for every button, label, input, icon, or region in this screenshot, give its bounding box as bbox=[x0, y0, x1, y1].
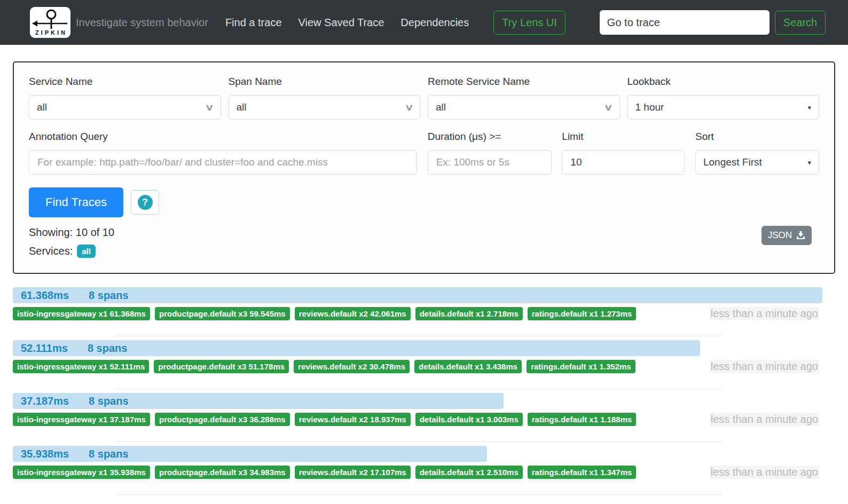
top-navbar: ZIPKIN Investigate system behavior Find … bbox=[0, 0, 848, 45]
trace-row: 61.368ms 8 spans istio-ingressgateway x1… bbox=[0, 287, 848, 336]
sort-label: Sort bbox=[695, 131, 819, 143]
service-badge: productpage.default x3 36.288ms bbox=[155, 413, 290, 426]
chevron-down-icon: ∨ bbox=[404, 102, 413, 113]
annotation-query-label: Annotation Query bbox=[29, 131, 417, 143]
search-filter-panel: Service Name all ∨ Span Name all ∨ Remot… bbox=[13, 61, 835, 274]
service-name-label: Service Name bbox=[29, 76, 221, 88]
span-name-select[interactable]: all ∨ bbox=[229, 95, 421, 120]
go-to-trace-input[interactable] bbox=[600, 10, 770, 35]
trace-meta: istio-ingressgateway x1 52.111ms product… bbox=[13, 360, 819, 373]
trace-bar-track: 35.938ms 8 spans bbox=[13, 446, 822, 462]
limit-label: Limit bbox=[562, 131, 685, 143]
sort-value: Longest First bbox=[703, 156, 762, 168]
trace-span-count: 8 spans bbox=[89, 448, 128, 460]
services-all-badge: all bbox=[77, 245, 96, 258]
service-badge: details.default x1 2.510ms bbox=[415, 466, 523, 479]
sort-select[interactable]: Longest First ▾ bbox=[695, 150, 819, 175]
search-button[interactable]: Search bbox=[775, 11, 826, 35]
showing-count: Showing: 10 of 10 bbox=[29, 226, 819, 239]
service-badge: reviews.default x2 42.061ms bbox=[295, 307, 411, 320]
service-badge: ratings.default x1 1.352ms bbox=[527, 360, 635, 373]
row-divider bbox=[115, 442, 722, 442]
trace-meta: istio-ingressgateway x1 37.187ms product… bbox=[13, 413, 819, 426]
trace-duration-bar[interactable]: 61.368ms 8 spans bbox=[13, 287, 822, 303]
trace-age: less than a minute ago bbox=[710, 413, 819, 426]
find-traces-button[interactable]: Find Traces bbox=[29, 187, 123, 217]
service-name-value: all bbox=[37, 101, 47, 113]
row-divider bbox=[115, 389, 722, 389]
zipkin-logo-text: ZIPKIN bbox=[35, 29, 67, 36]
trace-duration: 61.368ms bbox=[21, 289, 69, 302]
json-label: JSON bbox=[768, 230, 792, 241]
service-name-select[interactable]: all ∨ bbox=[29, 95, 221, 120]
nav-links: Find a trace View Saved Trace Dependenci… bbox=[225, 17, 485, 29]
chevron-down-icon: ∨ bbox=[604, 102, 613, 113]
trace-age: less than a minute ago bbox=[710, 360, 819, 373]
trace-duration: 37.187ms bbox=[21, 395, 69, 407]
service-badges: istio-ingressgateway x1 37.187ms product… bbox=[13, 413, 710, 426]
service-badge: details.default x1 3.438ms bbox=[414, 360, 522, 373]
service-badge: reviews.default x2 30.478ms bbox=[294, 360, 410, 373]
nav-find-a-trace[interactable]: Find a trace bbox=[225, 17, 282, 29]
service-badge: istio-ingressgateway x1 61.368ms bbox=[13, 307, 150, 320]
trace-row: 35.938ms 8 spans istio-ingressgateway x1… bbox=[0, 446, 848, 495]
trace-bar-track: 61.368ms 8 spans bbox=[13, 287, 822, 303]
trace-duration-bar[interactable]: 37.187ms 8 spans bbox=[13, 393, 504, 409]
trace-meta: istio-ingressgateway x1 61.368ms product… bbox=[13, 307, 819, 320]
remote-service-name-select[interactable]: all ∨ bbox=[428, 95, 620, 120]
service-badge: istio-ingressgateway x1 35.938ms bbox=[13, 466, 150, 479]
trace-span-count: 8 spans bbox=[89, 289, 128, 302]
trace-age: less than a minute ago bbox=[710, 466, 819, 479]
lookback-label: Lookback bbox=[627, 76, 820, 88]
dropdown-arrow-icon: ▾ bbox=[807, 104, 811, 112]
duration-input[interactable] bbox=[428, 150, 552, 175]
zipkin-logo[interactable]: ZIPKIN bbox=[30, 7, 70, 38]
lookback-select[interactable]: 1 hour ▾ bbox=[627, 95, 820, 120]
try-lens-ui-button[interactable]: Try Lens UI bbox=[493, 11, 566, 35]
remote-service-name-value: all bbox=[436, 101, 446, 113]
annotation-query-input[interactable] bbox=[29, 150, 417, 175]
service-badges: istio-ingressgateway x1 61.368ms product… bbox=[13, 307, 710, 320]
trace-results-list: 61.368ms 8 spans istio-ingressgateway x1… bbox=[0, 287, 848, 495]
services-line: Services: all bbox=[29, 245, 819, 258]
trace-duration: 35.938ms bbox=[21, 448, 69, 460]
trace-span-count: 8 spans bbox=[88, 342, 127, 355]
row-divider bbox=[115, 494, 722, 495]
limit-input[interactable] bbox=[562, 150, 685, 175]
service-badge: productpage.default x3 59.545ms bbox=[155, 307, 290, 320]
trace-duration-bar[interactable]: 52.111ms 8 spans bbox=[13, 340, 700, 356]
span-name-label: Span Name bbox=[229, 76, 421, 88]
span-name-value: all bbox=[237, 101, 247, 113]
trace-bar-track: 37.187ms 8 spans bbox=[13, 393, 822, 409]
service-badge: productpage.default x3 34.983ms bbox=[155, 466, 290, 479]
service-badge: reviews.default x2 18.937ms bbox=[295, 413, 411, 426]
chevron-down-icon: ∨ bbox=[205, 102, 214, 113]
trace-bar-track: 52.111ms 8 spans bbox=[13, 340, 822, 356]
dropdown-arrow-icon: ▾ bbox=[807, 159, 811, 167]
nav-view-saved-trace[interactable]: View Saved Trace bbox=[299, 17, 384, 29]
nav-dependencies[interactable]: Dependencies bbox=[401, 17, 469, 29]
tagline: Investigate system behavior bbox=[76, 17, 208, 29]
service-badge: productpage.default x3 51.178ms bbox=[154, 360, 289, 373]
filter-row-1: Service Name all ∨ Span Name all ∨ Remot… bbox=[29, 76, 819, 120]
service-badge: istio-ingressgateway x1 52.111ms bbox=[13, 360, 149, 373]
service-badge: ratings.default x1 1.273ms bbox=[528, 307, 637, 320]
trace-duration-bar[interactable]: 35.938ms 8 spans bbox=[13, 446, 487, 462]
service-badge: reviews.default x2 17.107ms bbox=[295, 466, 411, 479]
actions-row: Find Traces ? bbox=[29, 187, 819, 217]
service-badge: ratings.default x1 1.347ms bbox=[528, 466, 637, 479]
service-badge: istio-ingressgateway x1 37.187ms bbox=[13, 413, 150, 426]
lookback-value: 1 hour bbox=[635, 101, 664, 113]
trace-span-count: 8 spans bbox=[89, 395, 128, 407]
help-button[interactable]: ? bbox=[131, 190, 159, 215]
service-badges: istio-ingressgateway x1 52.111ms product… bbox=[13, 360, 710, 373]
zipkin-pin-icon bbox=[30, 9, 70, 30]
help-icon: ? bbox=[138, 195, 153, 210]
filter-row-2: Annotation Query Duration (μs) >= Limit … bbox=[29, 131, 819, 175]
trace-row: 52.111ms 8 spans istio-ingressgateway x1… bbox=[0, 340, 848, 389]
service-badge: ratings.default x1 1.188ms bbox=[528, 413, 637, 426]
services-label: Services: bbox=[29, 245, 73, 257]
trace-age: less than a minute ago bbox=[710, 307, 819, 320]
download-icon bbox=[796, 231, 805, 240]
json-download-button[interactable]: JSON bbox=[761, 226, 812, 245]
